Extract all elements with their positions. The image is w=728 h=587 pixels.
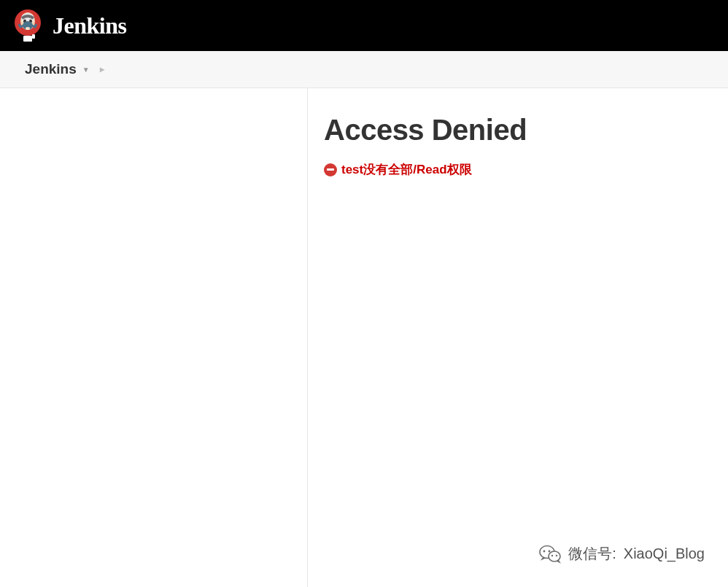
header: Jenkins	[0, 0, 728, 51]
error-message: test没有全部/Read权限	[324, 161, 712, 178]
breadcrumb-separator-icon: ▸	[100, 64, 104, 74]
breadcrumb-item-jenkins[interactable]: Jenkins ▼ ▸	[25, 61, 104, 77]
svg-point-13	[551, 554, 553, 556]
svg-rect-8	[32, 34, 35, 39]
error-icon	[324, 163, 337, 176]
error-text: test没有全部/Read权限	[341, 161, 472, 178]
svg-point-12	[549, 550, 551, 552]
brand-name: Jenkins	[53, 12, 126, 39]
watermark-value: XiaoQi_Blog	[624, 545, 705, 562]
wechat-icon	[539, 545, 561, 564]
svg-rect-7	[23, 36, 32, 42]
logo-container[interactable]: Jenkins	[13, 8, 126, 43]
svg-point-14	[556, 554, 557, 556]
content: Access Denied test没有全部/Read权限	[308, 88, 728, 587]
svg-point-11	[543, 550, 546, 552]
page-title: Access Denied	[324, 114, 712, 147]
chevron-down-icon[interactable]: ▼	[82, 66, 90, 74]
sidebar	[0, 88, 308, 587]
watermark-label: 微信号:	[568, 544, 616, 564]
svg-point-6	[26, 27, 30, 30]
breadcrumb-bar: Jenkins ▼ ▸	[0, 51, 728, 88]
breadcrumb-label: Jenkins	[25, 61, 77, 77]
watermark: 微信号: XiaoQi_Blog	[539, 544, 705, 564]
jenkins-logo-icon	[13, 8, 42, 43]
main-container: Access Denied test没有全部/Read权限	[0, 88, 728, 587]
